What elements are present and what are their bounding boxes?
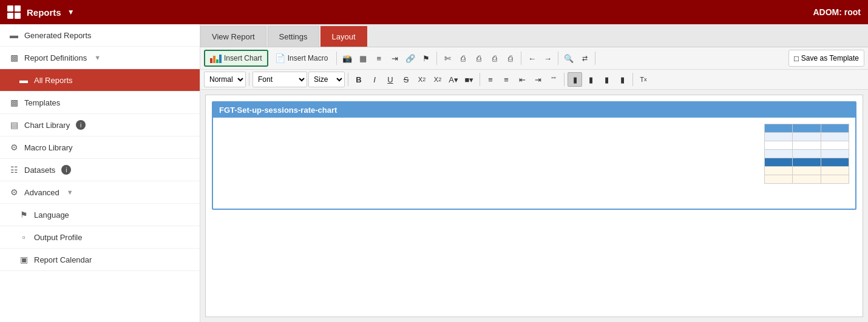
blockquote-btn[interactable]: “” [546, 72, 561, 87]
language-icon: ⚑ [18, 210, 29, 220]
toolbar-sep-7 [348, 73, 348, 86]
toolbar-undo-btn[interactable]: ← [524, 51, 539, 65]
chart-library-icon: ▤ [8, 120, 19, 130]
advanced-icon: ⚙ [8, 187, 19, 197]
all-reports-icon: ▬ [18, 75, 29, 85]
toolbar-indent-btn[interactable]: ⇥ [387, 51, 402, 65]
chart-library-info-badge: i [76, 120, 86, 130]
align-left-btn[interactable]: ▮ [568, 72, 582, 87]
font-select[interactable]: Font [253, 72, 307, 87]
clear-format-btn[interactable]: Tx [636, 72, 651, 87]
sidebar-item-language[interactable]: ⚑ Language [0, 204, 200, 226]
toolbar-sep-4 [558, 52, 558, 65]
underline-btn[interactable]: U [383, 72, 398, 87]
align-justify-btn[interactable]: ▮ [615, 72, 629, 87]
save-template-icon: □ [794, 54, 799, 63]
bold-btn[interactable]: B [351, 72, 366, 87]
font-bg-btn[interactable]: ■▾ [462, 72, 476, 87]
sidebar-item-datasets[interactable]: ☷ Datasets i [0, 159, 200, 181]
sidebar-item-generated-reports[interactable]: ▬ Generated Reports [0, 24, 200, 47]
unordered-list-btn[interactable]: ≡ [499, 72, 514, 87]
app-title-chevron[interactable]: ▼ [67, 8, 75, 16]
toolbar-table-btn[interactable]: ▦ [356, 51, 370, 65]
save-as-template-button[interactable]: □ Save as Template [788, 50, 864, 67]
sidebar-item-templates[interactable]: ▩ Templates [0, 92, 200, 114]
chart-preview-table [764, 124, 849, 184]
toolbar-sep-3 [521, 52, 521, 65]
toolbar-sep-1 [336, 52, 337, 65]
templates-icon: ▩ [8, 98, 19, 107]
toolbar-sep-2 [436, 52, 437, 65]
sidebar-item-macro-library[interactable]: ⚙ Macro Library [0, 136, 200, 159]
toolbar-sep-10 [632, 73, 633, 86]
toolbar-sep-8 [480, 73, 480, 86]
toolbar-image-btn[interactable]: 📸 [340, 51, 354, 65]
strikethrough-btn[interactable]: S [399, 72, 413, 87]
sidebar-item-chart-library[interactable]: ▤ Chart Library i [0, 114, 200, 136]
right-content: View Report Settings Layout Insert Chart [200, 24, 868, 322]
align-center-btn[interactable]: ▮ [583, 72, 598, 87]
user-label: ADOM: root [813, 7, 861, 17]
toolbar-replace-btn[interactable]: ⇄ [577, 51, 592, 65]
toolbar-sep-6 [249, 73, 249, 86]
chart-content [213, 118, 855, 209]
toolbar-paste2-btn[interactable]: ⎙ [487, 51, 502, 65]
output-profile-icon: ▫ [18, 232, 29, 242]
insert-macro-icon: 📄 [275, 53, 285, 63]
tab-settings[interactable]: Settings [268, 26, 319, 47]
align-right-btn[interactable]: ▮ [599, 72, 614, 87]
advanced-chevron: ▼ [67, 189, 73, 196]
tabs-bar: View Report Settings Layout [200, 24, 868, 47]
sidebar-item-advanced[interactable]: ⚙ Advanced ▼ [0, 181, 200, 204]
size-select[interactable]: Size [308, 72, 345, 87]
editor-area[interactable]: FGT-Set-up-sessions-rate-chart [205, 95, 863, 317]
sidebar-item-report-definitions[interactable]: ▩ Report Definitions ▼ [0, 47, 200, 69]
top-bar: Reports ▼ ADOM: root [0, 0, 868, 24]
sidebar-item-output-profile[interactable]: ▫ Output Profile [0, 226, 200, 249]
main-layout: ▬ Generated Reports ▩ Report Definitions… [0, 24, 868, 322]
macro-library-icon: ⚙ [8, 143, 19, 152]
report-definitions-icon: ▩ [8, 53, 19, 62]
font-color-btn[interactable]: A▾ [446, 72, 461, 87]
toolbar-paste1-btn[interactable]: ⎙ [472, 51, 486, 65]
toolbar-paste3-btn[interactable]: ⎙ [503, 51, 518, 65]
toolbar-row-2: Normal Font Size B I U S X2 X2 A▾ ■▾ ≡ ≡… [200, 70, 868, 90]
chart-block: FGT-Set-up-sessions-rate-chart [212, 101, 856, 210]
toolbar-row-1: Insert Chart 📄 Insert Macro 📸 ▦ ≡ ⇥ 🔗 ⚑ … [200, 47, 868, 70]
toolbar-link-btn[interactable]: 🔗 [403, 51, 418, 65]
toolbar-cut-btn[interactable]: ✄ [440, 51, 455, 65]
insert-macro-button[interactable]: 📄 Insert Macro [270, 50, 334, 67]
superscript-btn[interactable]: X2 [430, 72, 445, 87]
toolbar-search-btn[interactable]: 🔍 [561, 51, 576, 65]
outdent-btn[interactable]: ⇤ [515, 72, 529, 87]
tab-layout[interactable]: Layout [320, 26, 367, 47]
toolbar-flag-btn[interactable]: ⚑ [419, 51, 433, 65]
sidebar: ▬ Generated Reports ▩ Report Definitions… [0, 24, 200, 322]
datasets-icon: ☷ [8, 165, 19, 175]
chart-title: FGT-Set-up-sessions-rate-chart [219, 106, 337, 115]
app-grid-icon[interactable] [7, 5, 21, 19]
toolbar-sep-5 [595, 52, 595, 65]
sidebar-item-report-calendar[interactable]: ▣ Report Calendar [0, 249, 200, 271]
toolbar-sep-9 [564, 73, 565, 86]
indent-btn[interactable]: ⇥ [531, 72, 545, 87]
subscript-btn[interactable]: X2 [415, 72, 429, 87]
insert-chart-icon [210, 53, 222, 63]
datasets-info-badge: i [61, 165, 71, 175]
toolbar-redo-btn[interactable]: → [540, 51, 555, 65]
italic-btn[interactable]: I [367, 72, 382, 87]
toolbar-align-btn[interactable]: ≡ [371, 51, 386, 65]
top-bar-left: Reports ▼ [7, 5, 75, 19]
paragraph-style-select[interactable]: Normal [204, 72, 246, 87]
sidebar-item-all-reports[interactable]: ▬ All Reports [0, 69, 200, 92]
toolbar-copy-btn[interactable]: ⎙ [456, 51, 470, 65]
chart-title-bar: FGT-Set-up-sessions-rate-chart [213, 102, 855, 118]
tab-view-report[interactable]: View Report [200, 26, 266, 47]
ordered-list-btn[interactable]: ≡ [483, 72, 498, 87]
report-calendar-icon: ▣ [18, 255, 29, 264]
app-title[interactable]: Reports [27, 7, 61, 18]
generated-reports-icon: ▬ [8, 30, 19, 40]
report-definitions-chevron: ▼ [94, 54, 101, 61]
insert-chart-button[interactable]: Insert Chart [204, 50, 268, 67]
